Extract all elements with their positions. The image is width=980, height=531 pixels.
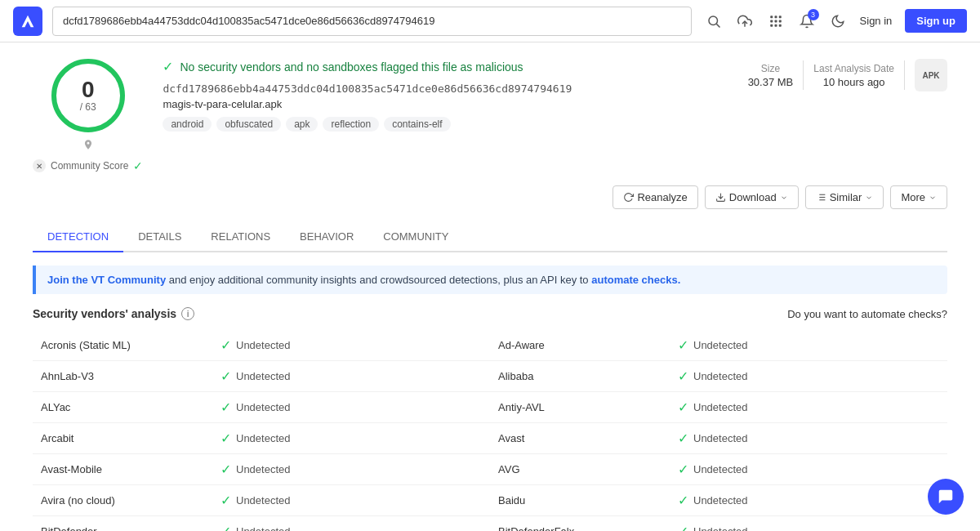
- upload-icon[interactable]: [736, 12, 754, 30]
- more-button[interactable]: More: [890, 185, 947, 209]
- vendor-left-name: Avast-Mobile: [33, 454, 212, 485]
- check-icon: ✓: [220, 399, 231, 415]
- svg-line-2: [716, 24, 719, 27]
- status-text: Undetected: [236, 339, 291, 351]
- table-row: ALYac ✓ Undetected Antiy-AVL ✓ Undetecte…: [33, 392, 947, 423]
- size-value: 30.37 MB: [748, 76, 794, 88]
- tab-behavior[interactable]: BEHAVIOR: [285, 222, 368, 252]
- vendor-right-name: Ad-Aware: [490, 330, 670, 361]
- vendors-table: Acronis (Static ML) ✓ Undetected Ad-Awar…: [33, 330, 947, 531]
- tag-item[interactable]: reflection: [323, 117, 379, 132]
- tags-list: androidobfuscatedapkreflectioncontains-e…: [163, 117, 728, 132]
- similar-button[interactable]: Similar: [805, 185, 884, 209]
- svg-rect-12: [778, 24, 781, 26]
- svg-marker-0: [22, 15, 34, 27]
- check-green-icon: ✓: [163, 59, 173, 74]
- close-icon[interactable]: ✕: [33, 159, 46, 172]
- section-header: Security vendors' analysis i Do you want…: [33, 307, 947, 320]
- vt-community-link[interactable]: Join the VT Community: [47, 274, 166, 286]
- no-threats-text: No security vendors and no sandboxes fla…: [180, 60, 523, 74]
- search-icon[interactable]: [705, 12, 723, 30]
- check-icon: ✓: [678, 431, 688, 446]
- vendor-right-name: AVG: [490, 454, 670, 485]
- table-row: AhnLab-V3 ✓ Undetected Alibaba ✓ Undetec…: [33, 361, 947, 392]
- check-icon: ✓: [678, 368, 688, 384]
- status-text: Undetected: [693, 494, 748, 506]
- svg-rect-5: [774, 16, 777, 18]
- score-section: 0 / 63 ✕ Community Score ✓: [33, 59, 143, 172]
- vendor-right-name: Alibaba: [490, 361, 670, 392]
- analysis-date-block: Last Analysis Date 10 hours ago: [813, 63, 894, 88]
- svg-rect-11: [774, 24, 777, 26]
- vendor-right-name: BitDefenderFalx: [490, 516, 670, 532]
- main-content: 0 / 63 ✕ Community Score ✓ ✓ No security…: [0, 42, 980, 531]
- tabs: DETECTION DETAILS RELATIONS BEHAVIOR COM…: [33, 222, 947, 252]
- check-icon: ✓: [678, 399, 688, 415]
- file-hash: dcfd1789686ebb4a44753ddc04d100835ac5471d…: [163, 83, 728, 95]
- tag-item[interactable]: apk: [286, 117, 318, 132]
- tag-item[interactable]: contains-elf: [384, 117, 450, 132]
- check-icon: ✓: [678, 493, 688, 508]
- notifications-icon[interactable]: 3: [798, 12, 816, 30]
- search-input[interactable]: [52, 7, 692, 36]
- chat-bubble[interactable]: [928, 479, 964, 515]
- vendor-left-name: Arcabit: [33, 423, 212, 454]
- download-icon: [715, 192, 726, 203]
- vendor-left-status: ✓ Undetected: [212, 423, 490, 454]
- info-icon[interactable]: i: [181, 307, 194, 320]
- chevron-down-icon3: [929, 194, 937, 202]
- table-row: Avira (no cloud) ✓ Undetected Baidu ✓ Un…: [33, 485, 947, 516]
- reanalyze-icon: [623, 192, 634, 203]
- svg-rect-8: [774, 20, 777, 22]
- status-text: Undetected: [693, 401, 748, 413]
- apps-icon[interactable]: [767, 12, 785, 30]
- vendor-left-name: AhnLab-V3: [33, 361, 212, 392]
- similar-label: Similar: [830, 191, 862, 203]
- svg-rect-6: [778, 16, 781, 18]
- header: 3 Sign in Sign up: [0, 0, 980, 42]
- svg-rect-9: [778, 20, 781, 22]
- reanalyze-button[interactable]: Reanalyze: [612, 185, 697, 209]
- status-text: Undetected: [236, 432, 291, 444]
- svg-rect-7: [770, 20, 773, 22]
- status-text: Undetected: [236, 370, 291, 382]
- sign-in-button[interactable]: Sign in: [860, 15, 893, 27]
- tab-detection[interactable]: DETECTION: [33, 222, 123, 252]
- vendor-left-name: Acronis (Static ML): [33, 330, 212, 361]
- file-meta-right: Size 30.37 MB Last Analysis Date 10 hour…: [748, 59, 947, 91]
- tab-community[interactable]: COMMUNITY: [368, 222, 463, 252]
- tab-relations[interactable]: RELATIONS: [196, 222, 285, 252]
- logo[interactable]: [13, 7, 42, 36]
- no-threats-banner: ✓ No security vendors and no sandboxes f…: [163, 59, 728, 74]
- status-text: Undetected: [236, 525, 291, 531]
- vendor-left-status: ✓ Undetected: [212, 454, 490, 485]
- score-total: / 63: [80, 101, 96, 113]
- vendor-right-status: ✓ Undetected: [670, 330, 947, 361]
- header-actions: 3 Sign in Sign up: [705, 9, 967, 33]
- security-section-title: Security vendors' analysis: [33, 307, 176, 320]
- table-row: Avast-Mobile ✓ Undetected AVG ✓ Undetect…: [33, 454, 947, 485]
- community-banner: Join the VT Community and enjoy addition…: [33, 266, 947, 294]
- status-text: Undetected: [693, 370, 748, 382]
- theme-icon[interactable]: [829, 12, 847, 30]
- vendor-right-status: ✓ Undetected: [670, 361, 947, 392]
- vendor-right-status: ✓ Undetected: [670, 485, 947, 516]
- sign-up-button[interactable]: Sign up: [905, 9, 967, 33]
- tab-details[interactable]: DETAILS: [123, 222, 196, 252]
- vendor-right-status: ✓ Undetected: [670, 516, 947, 532]
- tag-item[interactable]: obfuscated: [216, 117, 281, 132]
- automate-checks-link[interactable]: automate checks.: [591, 274, 680, 286]
- automate-text: Do you want to automate checks?: [787, 308, 947, 320]
- vendor-left-status: ✓ Undetected: [212, 516, 490, 532]
- vendor-left-name: Avira (no cloud): [33, 485, 212, 516]
- tag-item[interactable]: android: [163, 117, 212, 132]
- actions-bar: Reanalyze Download Similar More: [33, 185, 947, 209]
- download-button[interactable]: Download: [705, 185, 799, 209]
- check-icon: ✓: [678, 337, 688, 353]
- community-score-label: Community Score: [51, 160, 128, 172]
- check-icon: ✓: [220, 368, 231, 384]
- chevron-down-icon2: [865, 194, 873, 202]
- vendor-left-status: ✓ Undetected: [212, 361, 490, 392]
- vendor-left-status: ✓ Undetected: [212, 330, 490, 361]
- table-row: Acronis (Static ML) ✓ Undetected Ad-Awar…: [33, 330, 947, 361]
